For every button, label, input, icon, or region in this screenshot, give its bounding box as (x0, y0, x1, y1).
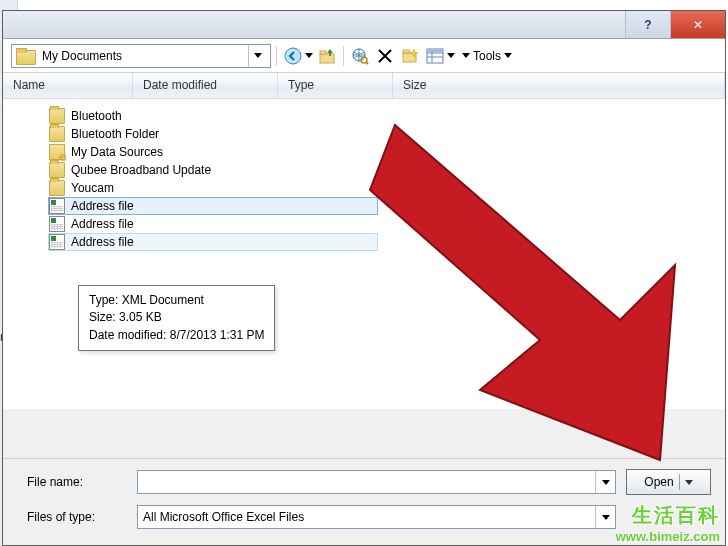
search-web-button[interactable] (349, 45, 371, 67)
delete-button[interactable] (374, 45, 396, 67)
up-one-level-button[interactable] (316, 45, 338, 67)
chevron-down-icon (685, 480, 693, 485)
file-name: Qubee Broadband Update (71, 163, 211, 177)
separator (343, 46, 344, 66)
open-button[interactable]: Open (626, 469, 711, 495)
file-name: My Data Sources (71, 145, 163, 159)
filetype-combo[interactable] (137, 505, 616, 529)
filename-label: File name: (27, 475, 127, 489)
column-header-size[interactable]: Size (393, 73, 725, 98)
list-item[interactable]: Bluetooth (48, 107, 725, 125)
new-folder-button[interactable] (399, 45, 421, 67)
location-dropdown-button[interactable] (248, 45, 266, 67)
filetype-dropdown-button[interactable] (595, 506, 615, 528)
column-header-type[interactable]: Type (278, 73, 393, 98)
tooltip-type: Type: XML Document (89, 292, 264, 309)
back-arrow-icon (284, 47, 302, 65)
list-item[interactable]: Address file (48, 233, 378, 251)
file-name: Youcam (71, 181, 114, 195)
chevron-down-icon (462, 53, 470, 58)
filename-dropdown-button[interactable] (595, 471, 615, 493)
column-header-name[interactable]: Name (3, 73, 133, 98)
filename-row: File name: Open (27, 469, 711, 495)
column-header-date[interactable]: Date modified (133, 73, 278, 98)
list-item[interactable]: Bluetooth Folder (48, 125, 725, 143)
delete-x-icon (377, 48, 393, 64)
folder-icon (49, 180, 65, 196)
open-label: Open (644, 475, 673, 489)
file-name: Bluetooth Folder (71, 127, 159, 141)
filetype-row: Files of type: (27, 505, 711, 529)
location-text: My Documents (42, 49, 242, 63)
watermark: 生活百科 www.bimeiz.com (616, 502, 720, 544)
filename-combo[interactable] (137, 470, 616, 494)
file-name: Address file (71, 235, 134, 249)
views-icon (426, 48, 444, 64)
views-dropdown[interactable] (447, 53, 455, 58)
chevron-down-icon (602, 480, 610, 485)
svg-rect-2 (320, 51, 326, 54)
close-icon: ✕ (693, 18, 703, 32)
location-combo[interactable]: My Documents (11, 44, 271, 68)
folder-icon (49, 162, 65, 178)
folder-icon (49, 126, 65, 142)
views-button[interactable] (424, 45, 446, 67)
svg-rect-7 (403, 50, 409, 53)
tools-menu-button[interactable]: Tools (458, 49, 516, 63)
file-list[interactable]: Bluetooth Bluetooth Folder My Data Sourc… (3, 99, 725, 409)
chevron-down-icon (254, 53, 262, 58)
list-item[interactable]: Address file (48, 215, 725, 233)
folder-icon (49, 108, 65, 124)
filetype-label: Files of type: (27, 510, 127, 524)
filename-input[interactable] (138, 471, 595, 493)
new-folder-icon (401, 47, 419, 65)
tooltip-size: Size: 3.05 KB (89, 309, 264, 326)
chevron-down-icon (504, 53, 512, 58)
tools-label: Tools (473, 49, 501, 63)
tooltip-date: Date modified: 8/7/2013 1:31 PM (89, 327, 264, 344)
data-sources-icon (49, 144, 65, 160)
file-name: Address file (71, 199, 134, 213)
svg-rect-1 (320, 54, 334, 63)
chevron-down-icon (602, 515, 610, 520)
file-name: Address file (71, 217, 134, 231)
svg-rect-12 (427, 49, 443, 52)
file-tooltip: Type: XML Document Size: 3.05 KB Date mo… (78, 285, 275, 351)
excel-file-icon (49, 234, 65, 250)
list-item[interactable]: My Data Sources (48, 143, 725, 161)
back-button[interactable] (282, 45, 304, 67)
file-name: Bluetooth (71, 109, 122, 123)
toolbar: My Documents Tools (3, 39, 725, 73)
excel-file-icon (49, 216, 65, 232)
list-item[interactable]: Youcam (48, 179, 725, 197)
svg-line-5 (366, 62, 368, 64)
list-item[interactable]: Qubee Broadband Update (48, 161, 725, 179)
filetype-input[interactable] (138, 506, 595, 528)
column-headers: Name Date modified Type Size (3, 73, 725, 99)
close-button[interactable]: ✕ (670, 11, 725, 38)
excel-file-icon (49, 198, 65, 214)
help-button[interactable]: ? (625, 11, 670, 38)
back-history-dropdown[interactable] (305, 53, 313, 58)
open-dialog-window: ? ✕ My Documents To (2, 10, 726, 546)
folder-icon (16, 47, 36, 65)
list-item[interactable]: Address file (48, 197, 378, 215)
watermark-text: 生活百科 (616, 502, 720, 529)
separator (679, 474, 680, 490)
separator (276, 46, 277, 66)
titlebar: ? ✕ (3, 11, 725, 39)
search-globe-icon (351, 47, 369, 65)
watermark-url: www.bimeiz.com (616, 529, 720, 544)
up-folder-icon (318, 47, 336, 65)
help-icon: ? (644, 18, 651, 32)
svg-point-0 (285, 48, 301, 64)
